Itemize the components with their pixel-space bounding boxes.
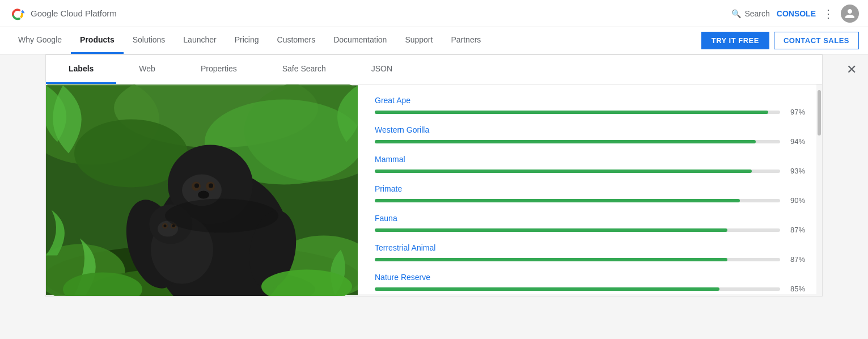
label-name[interactable]: Great Ape bbox=[375, 96, 805, 105]
bar-track bbox=[375, 287, 780, 291]
gorilla-image bbox=[46, 84, 358, 296]
label-bar-row: 97% bbox=[375, 108, 805, 116]
nav-item-products[interactable]: Products bbox=[71, 27, 124, 54]
search-text: Search bbox=[744, 9, 769, 18]
nav-item-pricing[interactable]: Pricing bbox=[226, 27, 268, 54]
nav-item-partners[interactable]: Partners bbox=[442, 27, 490, 54]
labels-panel[interactable]: Great Ape97%Western Gorilla94%Mammal93%P… bbox=[358, 84, 816, 294]
svg-point-16 bbox=[209, 184, 213, 188]
nav-item-customers[interactable]: Customers bbox=[268, 27, 325, 54]
bar-percentage: 90% bbox=[785, 196, 805, 205]
svg-point-17 bbox=[198, 191, 209, 199]
more-options-icon[interactable]: ⋮ bbox=[823, 8, 834, 19]
console-link[interactable]: CONSOLE bbox=[777, 9, 816, 18]
search-bar[interactable]: 🔍 Search bbox=[731, 9, 769, 18]
nav-item-solutions[interactable]: Solutions bbox=[124, 27, 175, 54]
tab-web[interactable]: Web bbox=[116, 55, 178, 84]
label-row: Great Ape97% bbox=[375, 96, 805, 116]
bar-track bbox=[375, 199, 780, 202]
main-content: ✕ Labels Web Properties Safe Search JSON bbox=[0, 54, 868, 339]
bar-fill bbox=[375, 258, 727, 261]
label-bar-row: 90% bbox=[375, 196, 805, 205]
label-bar-row: 87% bbox=[375, 226, 805, 234]
label-row: Western Gorilla94% bbox=[375, 125, 805, 146]
bar-percentage: 97% bbox=[785, 108, 805, 116]
bar-percentage: 93% bbox=[785, 167, 805, 175]
label-name[interactable]: Primate bbox=[375, 184, 805, 193]
top-right-area: 🔍 Search CONSOLE ⋮ bbox=[731, 5, 859, 23]
nav-item-why-google[interactable]: Why Google bbox=[9, 27, 71, 54]
nav-items: Why Google Products Solutions Launcher P… bbox=[9, 27, 701, 54]
bar-percentage: 85% bbox=[785, 285, 805, 293]
bar-track bbox=[375, 170, 780, 173]
search-icon: 🔍 bbox=[731, 9, 741, 18]
label-name[interactable]: Nature Reserve bbox=[375, 273, 805, 282]
bar-fill bbox=[375, 111, 768, 114]
tab-properties[interactable]: Properties bbox=[178, 55, 260, 84]
nav-bar: Why Google Products Solutions Launcher P… bbox=[0, 27, 868, 54]
tabs-bar: Labels Web Properties Safe Search JSON bbox=[46, 55, 822, 84]
google-cloud-logo-icon bbox=[9, 5, 26, 22]
label-name[interactable]: Mammal bbox=[375, 155, 805, 164]
label-bar-row: 93% bbox=[375, 167, 805, 175]
bar-track bbox=[375, 111, 780, 114]
bar-percentage: 87% bbox=[785, 226, 805, 234]
label-bar-row: 85% bbox=[375, 285, 805, 293]
svg-point-25 bbox=[164, 224, 167, 227]
logo-text: Google Cloud Platform bbox=[31, 9, 117, 18]
bar-track bbox=[375, 228, 780, 232]
label-row: Terrestrial Animal87% bbox=[375, 243, 805, 264]
tab-labels[interactable]: Labels bbox=[46, 55, 116, 84]
bar-fill bbox=[375, 199, 740, 202]
svg-point-27 bbox=[165, 199, 278, 233]
bar-track bbox=[375, 140, 780, 143]
bar-percentage: 94% bbox=[785, 137, 805, 146]
scroll-thumb[interactable] bbox=[818, 90, 821, 135]
label-row: Nature Reserve85% bbox=[375, 273, 805, 293]
label-row: Fauna87% bbox=[375, 214, 805, 234]
logo[interactable]: Google Cloud Platform bbox=[9, 5, 117, 22]
nav-item-support[interactable]: Support bbox=[396, 27, 442, 54]
vision-panel: Labels Web Properties Safe Search JSON bbox=[45, 54, 823, 296]
content-area: Great Ape97%Western Gorilla94%Mammal93%P… bbox=[46, 84, 822, 296]
bar-fill bbox=[375, 140, 756, 143]
label-row: Mammal93% bbox=[375, 155, 805, 175]
image-panel bbox=[46, 84, 358, 296]
svg-point-15 bbox=[194, 184, 199, 188]
bar-fill bbox=[375, 228, 727, 232]
tab-json[interactable]: JSON bbox=[349, 55, 415, 84]
close-button[interactable]: ✕ bbox=[846, 62, 857, 77]
top-bar: Google Cloud Platform 🔍 Search CONSOLE ⋮ bbox=[0, 0, 868, 27]
avatar[interactable] bbox=[841, 5, 859, 23]
label-name[interactable]: Western Gorilla bbox=[375, 125, 805, 134]
label-bar-row: 94% bbox=[375, 137, 805, 146]
bar-percentage: 87% bbox=[785, 255, 805, 264]
nav-actions: TRY IT FREE CONTACT SALES bbox=[701, 32, 859, 49]
bar-track bbox=[375, 258, 780, 261]
tab-safe-search[interactable]: Safe Search bbox=[260, 55, 349, 84]
try-it-free-button[interactable]: TRY IT FREE bbox=[701, 32, 769, 49]
label-row: Primate90% bbox=[375, 184, 805, 205]
label-name[interactable]: Fauna bbox=[375, 214, 805, 223]
label-name[interactable]: Terrestrial Animal bbox=[375, 243, 805, 252]
label-bar-row: 87% bbox=[375, 255, 805, 264]
nav-item-documentation[interactable]: Documentation bbox=[324, 27, 396, 54]
bar-fill bbox=[375, 287, 719, 291]
avatar-icon bbox=[844, 8, 856, 19]
contact-sales-button[interactable]: CONTACT SALES bbox=[774, 32, 859, 49]
bar-fill bbox=[375, 170, 752, 173]
scrollbar[interactable] bbox=[816, 84, 822, 296]
nav-item-launcher[interactable]: Launcher bbox=[174, 27, 225, 54]
